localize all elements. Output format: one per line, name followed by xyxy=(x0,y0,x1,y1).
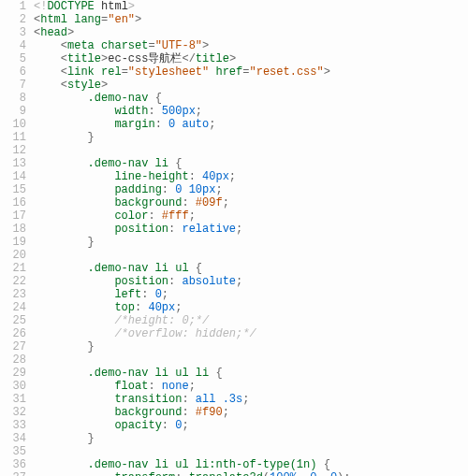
line-code: <meta charset="UTF-8"> xyxy=(34,39,468,52)
line-code: opacity: 0; xyxy=(34,419,468,432)
line-number: 13 xyxy=(0,157,34,170)
line-number: 15 xyxy=(0,183,34,196)
line-number: 17 xyxy=(0,209,34,223)
code-line: 37 transform: translate3d(100%, 0, 0); xyxy=(0,471,468,476)
code-line: 20 xyxy=(0,249,468,262)
code-line: 25 /*height: 0;*/ xyxy=(0,314,468,327)
line-code: float: none; xyxy=(34,380,468,393)
code-line: 22 position: absolute; xyxy=(0,275,468,288)
line-number: 10 xyxy=(0,118,34,131)
code-line: 2<html lang="en"> xyxy=(0,13,468,26)
code-line: 1<!DOCTYPE html> xyxy=(0,0,468,13)
line-number: 32 xyxy=(0,406,34,419)
code-line: 23 left: 0; xyxy=(0,288,468,301)
code-line: 35 xyxy=(0,445,468,458)
code-line: 24 top: 40px; xyxy=(0,301,468,314)
line-number: 6 xyxy=(0,65,34,79)
code-line: 16 background: #09f; xyxy=(0,196,468,209)
line-code xyxy=(34,353,468,367)
line-number: 3 xyxy=(0,26,34,39)
code-editor: 1<!DOCTYPE html>2<html lang="en">3<head>… xyxy=(0,0,468,476)
code-line: 27 } xyxy=(0,340,468,353)
line-number: 21 xyxy=(0,262,34,275)
line-code: .demo-nav li { xyxy=(34,157,468,170)
line-number: 2 xyxy=(0,13,34,26)
line-code: /*height: 0;*/ xyxy=(34,314,468,327)
code-line: 11 } xyxy=(0,131,468,144)
code-line: 14 line-height: 40px; xyxy=(0,170,468,183)
line-number: 36 xyxy=(0,458,34,471)
line-code: left: 0; xyxy=(34,288,468,301)
line-code: .demo-nav { xyxy=(34,92,468,105)
code-line: 28 xyxy=(0,353,468,367)
line-code: top: 40px; xyxy=(34,301,468,314)
line-number: 4 xyxy=(0,39,34,52)
code-line: 6 <link rel="stylesheet" href="reset.css… xyxy=(0,65,468,79)
code-line: 10 margin: 0 auto; xyxy=(0,118,468,131)
code-line: 34 } xyxy=(0,432,468,445)
code-line: 8 .demo-nav { xyxy=(0,92,468,105)
line-number: 12 xyxy=(0,144,34,157)
line-code: position: absolute; xyxy=(34,275,468,288)
code-line: 36 .demo-nav li ul li:nth-of-type(1n) { xyxy=(0,458,468,471)
line-number: 30 xyxy=(0,380,34,393)
line-code: <!DOCTYPE html> xyxy=(34,0,468,13)
code-line: 19 } xyxy=(0,236,468,249)
code-line: 13 .demo-nav li { xyxy=(0,157,468,170)
line-code: <title>ec-css导航栏</title> xyxy=(34,52,468,65)
line-code: <head> xyxy=(34,26,468,39)
line-number: 16 xyxy=(0,196,34,209)
line-code xyxy=(34,249,468,262)
line-code: .demo-nav li ul { xyxy=(34,262,468,275)
line-number: 7 xyxy=(0,79,34,92)
line-number: 8 xyxy=(0,92,34,105)
line-code: padding: 0 10px; xyxy=(34,183,468,196)
code-line: 7 <style> xyxy=(0,79,468,92)
line-number: 35 xyxy=(0,445,34,458)
code-line: 32 background: #f90; xyxy=(0,406,468,419)
line-code: margin: 0 auto; xyxy=(34,118,468,131)
line-code: line-height: 40px; xyxy=(34,170,468,183)
line-number: 34 xyxy=(0,432,34,445)
code-line: 18 position: relative; xyxy=(0,223,468,236)
line-number: 24 xyxy=(0,301,34,314)
line-code xyxy=(34,144,468,157)
line-number: 29 xyxy=(0,367,34,380)
line-code: } xyxy=(34,131,468,144)
line-code: .demo-nav li ul li:nth-of-type(1n) { xyxy=(34,458,468,471)
code-line: 17 color: #fff; xyxy=(0,209,468,223)
line-code: transform: translate3d(100%, 0, 0); xyxy=(34,471,468,476)
code-line: 31 transition: all .3s; xyxy=(0,393,468,406)
line-number: 26 xyxy=(0,327,34,340)
line-code: transition: all .3s; xyxy=(34,393,468,406)
line-number: 1 xyxy=(0,0,34,13)
code-line: 9 width: 500px; xyxy=(0,105,468,118)
line-code: <html lang="en"> xyxy=(34,13,468,26)
line-number: 33 xyxy=(0,419,34,432)
line-code: } xyxy=(34,432,468,445)
line-code: <style> xyxy=(34,79,468,92)
line-code: } xyxy=(34,340,468,353)
code-line: 21 .demo-nav li ul { xyxy=(0,262,468,275)
line-number: 37 xyxy=(0,471,34,476)
line-number: 31 xyxy=(0,393,34,406)
code-line: 33 opacity: 0; xyxy=(0,419,468,432)
line-code: position: relative; xyxy=(34,223,468,236)
line-number: 5 xyxy=(0,52,34,65)
line-number: 22 xyxy=(0,275,34,288)
line-number: 19 xyxy=(0,236,34,249)
code-line: 4 <meta charset="UTF-8"> xyxy=(0,39,468,52)
line-code: color: #fff; xyxy=(34,209,468,223)
line-code: } xyxy=(34,236,468,249)
line-number: 9 xyxy=(0,105,34,118)
line-number: 11 xyxy=(0,131,34,144)
line-code: background: #f90; xyxy=(34,406,468,419)
code-line: 15 padding: 0 10px; xyxy=(0,183,468,196)
line-code: <link rel="stylesheet" href="reset.css"> xyxy=(34,65,468,79)
code-line: 26 /*overflow: hidden;*/ xyxy=(0,327,468,340)
line-number: 27 xyxy=(0,340,34,353)
line-number: 20 xyxy=(0,249,34,262)
code-line: 3<head> xyxy=(0,26,468,39)
line-number: 25 xyxy=(0,314,34,327)
line-number: 23 xyxy=(0,288,34,301)
